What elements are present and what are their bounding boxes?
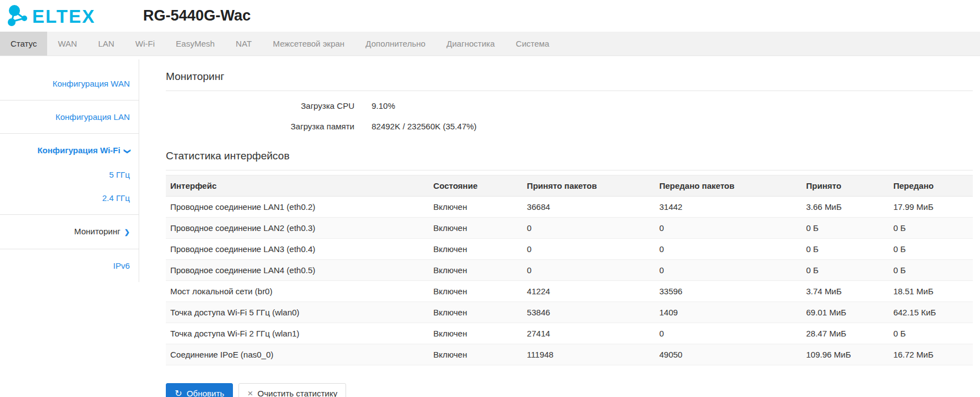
sidebar-item-wifi-config[interactable]: Конфигурация Wi-Fi❯ (0, 143, 139, 158)
tab-wifi[interactable]: Wi-Fi (125, 32, 165, 56)
table-cell: 33596 (655, 281, 802, 302)
sidebar-item-label: 5 ГГц (109, 170, 130, 179)
column-header: Состояние (429, 175, 522, 197)
table-cell: 0 Б (889, 218, 973, 239)
close-icon: × (247, 389, 253, 397)
table-cell: 69.01 МиБ (802, 302, 889, 323)
table-cell: 642.15 КиБ (889, 302, 973, 323)
sidebar-item-wifi-24ghz[interactable]: 2.4 ГГц (0, 191, 139, 205)
table-row: Проводное соединение LAN1 (eth0.2)Включе… (166, 197, 973, 218)
table-cell: 0 Б (802, 260, 889, 281)
clear-statistics-button[interactable]: × Очистить статистику (238, 383, 346, 397)
table-cell: 109.96 МиБ (802, 344, 889, 365)
sidebar-item-label: Конфигурация WAN (53, 79, 130, 88)
table-cell: 28.47 МиБ (802, 323, 889, 344)
sidebar-item-monitoring[interactable]: Мониторинг❯ (0, 224, 139, 239)
chevron-right-icon: ❯ (124, 225, 130, 239)
sidebar-item-ipv6[interactable]: IPv6 (0, 259, 139, 273)
table-cell: Включен (429, 197, 522, 218)
table-cell: 0 (655, 323, 802, 344)
table-cell: Включен (429, 260, 522, 281)
interface-statistics-table: ИнтерфейсСостояниеПринято пакетовПередан… (166, 175, 973, 365)
sidebar-item-label: IPv6 (113, 261, 130, 270)
divider (166, 170, 973, 170)
table-cell: 31442 (655, 197, 802, 218)
cpu-load-value: 9.10% (372, 96, 395, 116)
table-cell: 27414 (522, 323, 655, 344)
sidebar-item-wan-config[interactable]: Конфигурация WAN (0, 77, 139, 91)
table-header-row: ИнтерфейсСостояниеПринято пакетовПередан… (166, 175, 973, 197)
divider (166, 91, 973, 91)
table-row: Проводное соединение LAN3 (eth0.4)Включе… (166, 239, 973, 260)
table-cell: 0 (522, 260, 655, 281)
logo-molecule-node (9, 5, 20, 16)
actions-bar: ↻ Обновить × Очистить статистику (166, 383, 973, 397)
sidebar: Конфигурация WANКонфигурация LANКонфигур… (0, 59, 139, 282)
sidebar-section: Конфигурация WAN (0, 67, 139, 100)
table-cell: 41224 (522, 281, 655, 302)
column-header: Принято пакетов (522, 175, 655, 197)
column-header: Принято (802, 175, 889, 197)
sidebar-section: Конфигурация LAN (0, 100, 139, 134)
table-cell: Проводное соединение LAN3 (eth0.4) (166, 239, 429, 260)
column-header: Интерфейс (166, 175, 429, 197)
tab-firewall[interactable]: Межсетевой экран (262, 32, 355, 56)
cpu-load-row: Загрузка CPU 9.10% (166, 96, 973, 116)
table-cell: Мост локальной сети (br0) (166, 281, 429, 302)
column-header: Передано (889, 175, 973, 197)
tab-advanced[interactable]: Дополнительно (355, 32, 436, 56)
eltex-logo-text: ELTEX (32, 6, 95, 27)
tab-easymesh[interactable]: EasyMesh (165, 32, 225, 56)
table-cell: Включен (429, 281, 522, 302)
tab-status[interactable]: Статус (0, 32, 47, 56)
sidebar-section: IPv6 (0, 249, 139, 282)
table-cell: 49050 (655, 344, 802, 365)
layout: Конфигурация WANКонфигурация LANКонфигур… (0, 56, 980, 397)
table-cell: Точка доступа Wi-Fi 5 ГГц (wlan0) (166, 302, 429, 323)
refresh-button-label: Обновить (186, 389, 224, 397)
table-cell: Проводное соединение LAN2 (eth0.3) (166, 218, 429, 239)
table-cell: 0 Б (889, 260, 973, 281)
table-cell: Включен (429, 344, 522, 365)
table-cell: Точка доступа Wi-Fi 2 ГГц (wlan1) (166, 323, 429, 344)
sidebar-item-label: Мониторинг (74, 227, 120, 236)
table-cell: 36684 (522, 197, 655, 218)
table-row: Проводное соединение LAN2 (eth0.3)Включе… (166, 218, 973, 239)
sidebar-section: Конфигурация Wi-Fi❯5 ГГц2.4 ГГц (0, 134, 139, 215)
tab-diagnostics[interactable]: Диагностика (436, 32, 505, 56)
table-cell: Включен (429, 239, 522, 260)
table-cell: 1409 (655, 302, 802, 323)
sidebar-item-lan-config[interactable]: Конфигурация LAN (0, 110, 139, 124)
table-cell: 0 Б (889, 239, 973, 260)
table-cell: Проводное соединение LAN1 (eth0.2) (166, 197, 429, 218)
table-cell: Включен (429, 302, 522, 323)
main-nav: СтатусWANLANWi-FiEasyMeshNATМежсетевой э… (0, 32, 980, 56)
page-title: RG-5440G-Wac (143, 7, 251, 24)
table-cell: 0 (522, 239, 655, 260)
table-cell: 0 (655, 239, 802, 260)
table-cell: 16.72 МиБ (889, 344, 973, 365)
table-cell: 0 (522, 218, 655, 239)
sidebar-section: Мониторинг❯ (0, 215, 139, 249)
chevron-down-icon: ❯ (120, 148, 134, 154)
table-cell: Включен (429, 218, 522, 239)
table-row: Точка доступа Wi-Fi 2 ГГц (wlan1)Включен… (166, 323, 973, 344)
tab-wan[interactable]: WAN (47, 32, 87, 56)
tab-lan[interactable]: LAN (88, 32, 125, 56)
sidebar-item-label: Конфигурация Wi-Fi (37, 145, 120, 155)
table-cell: 17.99 МиБ (889, 197, 973, 218)
sidebar-item-label: Конфигурация LAN (55, 112, 130, 122)
tab-system[interactable]: Система (505, 32, 560, 56)
memory-load-value: 82492K / 232560K (35.47%) (372, 116, 476, 137)
eltex-logo: ELTEX (6, 4, 143, 28)
table-cell: 3.74 МиБ (802, 281, 889, 302)
sidebar-item-wifi-5ghz[interactable]: 5 ГГц (0, 168, 139, 182)
tab-nat[interactable]: NAT (225, 32, 262, 56)
eltex-logo-graphic: ELTEX (6, 4, 111, 28)
table-row: Мост локальной сети (br0)Включен41224335… (166, 281, 973, 302)
table-cell: 3.66 МиБ (802, 197, 889, 218)
table-row: Соединение IPoE (nas0_0)Включен111948490… (166, 344, 973, 365)
table-cell: 0 Б (802, 239, 889, 260)
refresh-button[interactable]: ↻ Обновить (166, 383, 233, 397)
table-cell: 0 Б (889, 323, 973, 344)
